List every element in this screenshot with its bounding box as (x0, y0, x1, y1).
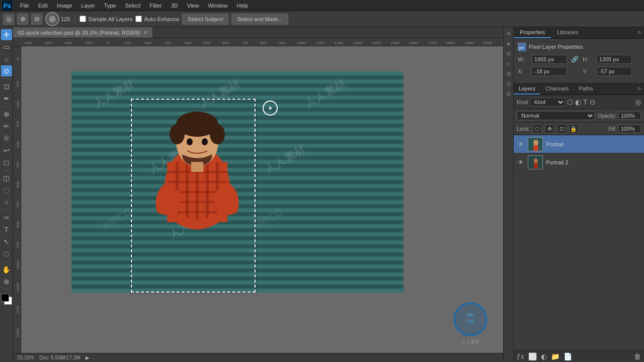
sample-all-layers-label[interactable]: Sample All Layers (79, 16, 132, 22)
menu-3d[interactable]: 3D (167, 2, 182, 10)
filter-adj-icon[interactable]: ◐ (575, 98, 581, 106)
menu-image[interactable]: Image (53, 2, 76, 10)
hand-tool[interactable]: ✋ (1, 264, 12, 275)
menu-edit[interactable]: Edit (34, 2, 52, 10)
document-tab[interactable]: 02-quick-selection.psd @ 33.3% (Portrait… (13, 27, 153, 38)
auto-enhance-checkbox[interactable] (135, 16, 142, 22)
layers-panel-tabs: Layers Channels Paths ≡ (514, 83, 644, 95)
layers-mask-icon[interactable]: ⬜ (528, 352, 537, 360)
blend-mode-select[interactable]: Normal (517, 111, 595, 120)
blur-tool[interactable]: ◌ (1, 185, 12, 196)
filter-type-icon[interactable]: T (583, 98, 588, 106)
healing-tool[interactable]: ⊕ (1, 109, 12, 120)
svg-text:CG: CG (467, 319, 474, 324)
foreground-color-swatch[interactable] (1, 294, 9, 302)
pen-tool[interactable]: ✑ (1, 212, 12, 223)
sample-all-layers-checkbox[interactable] (79, 16, 86, 22)
svg-rect-71 (533, 145, 538, 151)
add-selection-btn[interactable]: ⊕ (17, 14, 28, 25)
layers-delete-icon[interactable]: 🗑 (634, 352, 641, 360)
tab-properties[interactable]: Properties (514, 27, 551, 38)
layers-fx-icon[interactable]: ƒx (517, 352, 524, 360)
text-tool[interactable]: T (1, 224, 12, 235)
menu-help[interactable]: Help (233, 2, 253, 10)
clone-tool[interactable]: ⎘ (1, 133, 12, 144)
layer-item-portrait2[interactable]: 👁 Portrait 2 (514, 153, 644, 171)
opacity-label: Opacity: (598, 113, 616, 119)
layers-more-icon[interactable]: ≡ (635, 83, 644, 95)
shape-tool[interactable]: □ (1, 248, 12, 259)
lock-pixels-btn[interactable]: ⬡ (533, 124, 542, 133)
link-wh-icon[interactable]: 🔗 (571, 56, 579, 63)
document-tab-close[interactable]: ✕ (143, 30, 147, 35)
prop-y-value[interactable] (597, 67, 632, 76)
eraser-tool[interactable]: ◻ (1, 157, 12, 168)
prop-x-value[interactable] (532, 67, 567, 76)
mini-tool-4[interactable]: ≡ (505, 59, 513, 67)
panel-more-icon[interactable]: ≡ (635, 27, 644, 38)
brush-size-number: 125 (61, 16, 70, 22)
mini-tool-6[interactable]: ⊡ (505, 79, 513, 87)
menu-file[interactable]: File (16, 2, 33, 10)
layer-eye-portrait2[interactable]: 👁 (517, 158, 525, 166)
quick-select-tool-btn[interactable]: ◎ (3, 14, 14, 25)
tab-layers[interactable]: Layers (514, 83, 540, 95)
lasso-tool[interactable]: ⌕ (1, 53, 12, 64)
svg-text:1500: 1500 (390, 41, 399, 45)
tab-channels[interactable]: Channels (540, 83, 574, 95)
quick-select-tool[interactable]: ⊙ (1, 65, 12, 76)
menu-layer[interactable]: Layer (77, 2, 99, 10)
filter-smart-icon[interactable]: ⊙ (590, 98, 596, 106)
tab-libraries[interactable]: Libraries (551, 27, 584, 38)
mini-tool-5[interactable]: ⊞ (505, 69, 513, 77)
subtract-selection-btn[interactable]: ⊖ (31, 14, 42, 25)
move-tool[interactable]: ✛ (1, 29, 12, 40)
prop-w-value[interactable] (532, 55, 567, 64)
menu-filter[interactable]: Filter (145, 2, 166, 10)
fill-input[interactable] (618, 125, 641, 133)
menu-view[interactable]: View (183, 2, 203, 10)
layers-filter-select[interactable]: Kind (530, 98, 565, 107)
layers-group-icon[interactable]: 📁 (551, 352, 559, 360)
filter-pixel-icon[interactable]: ⬡ (567, 98, 573, 106)
menu-type[interactable]: Type (100, 2, 120, 10)
mini-tool-2[interactable]: ◈ (505, 39, 513, 47)
select-subject-button[interactable]: Select Subject (182, 14, 228, 25)
layer-item-portrait[interactable]: 👁 Portrait (514, 135, 644, 153)
opacity-input[interactable] (618, 112, 641, 120)
layers-adj-icon[interactable]: ◐ (541, 352, 547, 360)
lock-all-btn[interactable]: 🔒 (569, 124, 578, 133)
mini-tool-1[interactable]: ⊕ (505, 29, 513, 37)
crop-tool[interactable]: ⊡ (1, 81, 12, 92)
mini-tool-3[interactable]: ⊟ (505, 49, 513, 57)
svg-text:800: 800 (260, 41, 267, 45)
select-and-mask-button[interactable]: Select and Mask... (231, 14, 288, 25)
expand-icon[interactable]: ▶ (86, 355, 90, 360)
menu-select[interactable]: Select (121, 2, 145, 10)
zoom-tool[interactable]: ⊕ (1, 276, 12, 287)
mini-tool-7[interactable]: ☰ (505, 89, 513, 98)
ruler-horizontal: -400 -300 -200 -100 0 100 200 300 400 50… (21, 38, 503, 46)
lock-position-btn[interactable]: ✥ (545, 124, 554, 133)
left-toolbar: ✛ ▭ ⌕ ⊙ ⊡ ✒ ⊕ ✏ ⎘ ↩ ◻ ◫ ◌ ○ ✑ T ↖ □ ✋ ⊕ (0, 27, 13, 362)
gradient-tool[interactable]: ◫ (1, 172, 12, 184)
dodge-tool[interactable]: ○ (1, 197, 12, 208)
prop-h-value[interactable] (597, 55, 632, 64)
menu-window[interactable]: Window (204, 2, 231, 10)
filter-toggle-icon[interactable]: ◎ (635, 98, 641, 106)
svg-text:-200: -200 (64, 41, 72, 45)
layer-eye-portrait[interactable]: 👁 (517, 140, 525, 148)
lock-artboard-btn[interactable]: ⊡ (557, 124, 566, 133)
auto-enhance-label[interactable]: Auto-Enhance (135, 16, 179, 22)
document-canvas[interactable]: 人人素材 人人素材 人人素材 人人素材 人人素材 RRCG RRCG 人人素材 (21, 46, 503, 353)
layers-new-icon[interactable]: 📄 (564, 352, 572, 360)
tab-paths[interactable]: Paths (574, 83, 598, 95)
eyedropper-tool[interactable]: ✒ (1, 93, 12, 104)
color-swatches[interactable] (1, 294, 12, 305)
history-tool[interactable]: ↩ (1, 145, 12, 156)
tab-bar: 02-quick-selection.psd @ 33.3% (Portrait… (13, 27, 503, 38)
select-rect-tool[interactable]: ▭ (1, 41, 12, 52)
brush-tool[interactable]: ✏ (1, 121, 12, 132)
brush-preview[interactable] (45, 12, 59, 26)
path-select-tool[interactable]: ↖ (1, 236, 12, 247)
